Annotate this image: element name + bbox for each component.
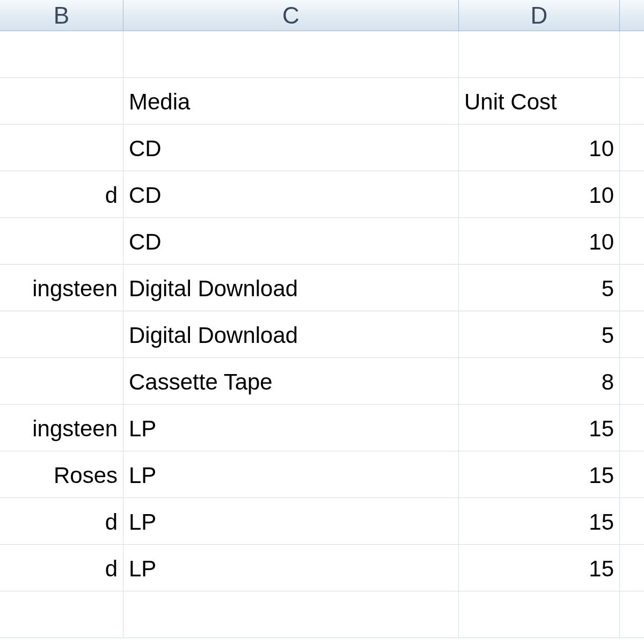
cell-media[interactable]: Digital Download [123, 311, 459, 358]
cell-media[interactable]: LP [123, 545, 459, 591]
cell[interactable]: d [0, 545, 123, 591]
cell[interactable] [620, 171, 644, 218]
cell[interactable] [620, 358, 644, 405]
cell-unit-cost[interactable]: 10 [459, 218, 620, 265]
cell[interactable]: d [0, 498, 123, 545]
cell-media[interactable]: LP [123, 405, 459, 451]
cell[interactable]: ingsteen [0, 265, 123, 311]
cell[interactable] [620, 498, 644, 545]
cell[interactable]: Roses [0, 451, 123, 498]
cell[interactable] [620, 545, 644, 591]
cell[interactable] [620, 265, 644, 311]
table-row [0, 591, 644, 638]
cell-unit-cost[interactable]: 5 [459, 265, 620, 311]
cell[interactable] [0, 31, 123, 78]
cell-media[interactable]: Cassette Tape [123, 358, 459, 405]
cell-unit-cost[interactable]: 15 [459, 451, 620, 498]
cell[interactable] [620, 591, 644, 638]
table-row: CD 10 [0, 218, 644, 265]
cell-unit-cost[interactable]: 15 [459, 545, 620, 591]
cell[interactable] [0, 78, 123, 125]
table-row: CD 10 [0, 125, 644, 171]
cell-unit-cost[interactable]: 15 [459, 498, 620, 545]
cell[interactable] [620, 125, 644, 171]
cell-unit-cost[interactable]: 5 [459, 311, 620, 358]
header-unit-cost[interactable]: Unit Cost [459, 78, 620, 125]
cell[interactable]: ingsteen [0, 405, 123, 451]
cell[interactable] [459, 591, 620, 638]
cell[interactable] [123, 591, 459, 638]
cell-media[interactable]: CD [123, 125, 459, 171]
cell[interactable] [620, 405, 644, 451]
table-row: Cassette Tape 8 [0, 358, 644, 405]
column-header-b[interactable]: B [0, 0, 123, 31]
spreadsheet-grid[interactable]: B C D Media Unit Cost CD 10 d CD 10 CD 1… [0, 0, 644, 644]
cell[interactable] [0, 311, 123, 358]
cell-media[interactable]: LP [123, 498, 459, 545]
cell[interactable]: d [0, 171, 123, 218]
table-row: d LP 15 [0, 498, 644, 545]
table-row [0, 31, 644, 78]
cell[interactable] [620, 78, 644, 125]
cell[interactable] [0, 591, 123, 638]
table-row: Roses LP 15 [0, 451, 644, 498]
column-header-d[interactable]: D [459, 0, 620, 31]
cell[interactable] [620, 31, 644, 78]
table-row: Digital Download 5 [0, 311, 644, 358]
table-row: d LP 15 [0, 545, 644, 591]
table-row: ingsteen LP 15 [0, 405, 644, 451]
cell[interactable] [0, 218, 123, 265]
cell-unit-cost[interactable]: 10 [459, 125, 620, 171]
cell[interactable] [620, 451, 644, 498]
cell-unit-cost[interactable]: 8 [459, 358, 620, 405]
cell[interactable] [0, 358, 123, 405]
cell[interactable] [459, 31, 620, 78]
cell[interactable] [0, 125, 123, 171]
table-row: d CD 10 [0, 171, 644, 218]
cell-unit-cost[interactable]: 15 [459, 405, 620, 451]
cell-media[interactable]: CD [123, 218, 459, 265]
cell-media[interactable]: CD [123, 171, 459, 218]
cell[interactable] [620, 311, 644, 358]
column-header-c[interactable]: C [123, 0, 459, 31]
cell-media[interactable]: Digital Download [123, 265, 459, 311]
table-header-row: Media Unit Cost [0, 78, 644, 125]
cell[interactable] [620, 218, 644, 265]
cell-media[interactable]: LP [123, 451, 459, 498]
column-header-e[interactable] [620, 0, 644, 31]
column-header-row: B C D [0, 0, 644, 31]
table-row: ingsteen Digital Download 5 [0, 265, 644, 311]
cell[interactable] [123, 31, 459, 78]
header-media[interactable]: Media [123, 78, 459, 125]
cell-unit-cost[interactable]: 10 [459, 171, 620, 218]
